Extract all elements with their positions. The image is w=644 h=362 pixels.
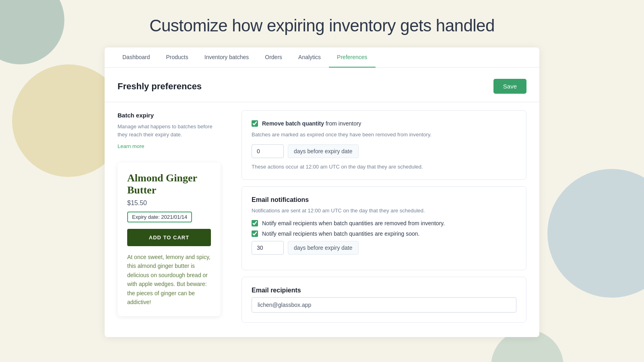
email-recipients-title: Email recipients xyxy=(252,287,516,294)
days-input-row-1: days before expiry date xyxy=(252,144,516,158)
notify-removed-row: Notify email recipients when batch quant… xyxy=(252,220,516,226)
remove-batch-label: Remove batch quantity from inventory xyxy=(262,120,361,127)
days-label-1: days before expiry date xyxy=(288,144,359,158)
batch-expiry-helper-text: Batches are marked as expired once they … xyxy=(252,131,516,139)
email-recipients-input[interactable] xyxy=(252,297,516,313)
days-label-2: days before expiry date xyxy=(288,241,359,255)
tab-dashboard[interactable]: Dashboard xyxy=(114,47,158,68)
right-section: Remove batch quantity from inventory Bat… xyxy=(233,102,539,337)
notify-expiring-checkbox[interactable] xyxy=(252,230,258,237)
days-input-2[interactable] xyxy=(252,241,284,255)
notify-removed-label: Notify email recipients when batch quant… xyxy=(262,220,445,226)
page-title: Customize how expiring inventory gets ha… xyxy=(0,0,644,47)
left-section: Batch expiry Manage what happens to batc… xyxy=(105,102,233,337)
product-description: At once sweet, lemony and spicy, this al… xyxy=(127,253,211,306)
nav-tabs: Dashboard Products Inventory batches Ord… xyxy=(105,47,539,68)
tab-products[interactable]: Products xyxy=(158,47,196,68)
bg-shape-blue-right xyxy=(547,169,644,298)
email-recipients-card: Email recipients xyxy=(242,277,526,323)
main-container: Dashboard Products Inventory batches Ord… xyxy=(105,47,539,337)
tab-preferences[interactable]: Preferences xyxy=(329,47,375,68)
remove-batch-row: Remove batch quantity from inventory xyxy=(252,120,516,127)
save-button[interactable]: Save xyxy=(493,79,526,94)
batch-expiry-settings-card: Remove batch quantity from inventory Bat… xyxy=(242,110,526,180)
expiry-badge: Expiry date: 2021/01/14 xyxy=(127,212,192,222)
remove-batch-label-rest: from inventory xyxy=(324,120,361,127)
email-notifications-card: Email notifications Notifications are se… xyxy=(242,186,526,271)
tab-orders[interactable]: Orders xyxy=(257,47,290,68)
learn-more-link[interactable]: Learn more xyxy=(118,143,144,149)
remove-batch-checkbox[interactable] xyxy=(252,120,258,127)
prefs-header: Freshly preferences Save xyxy=(105,68,539,102)
days-input-1[interactable] xyxy=(252,144,284,158)
email-notifications-title: Email notifications xyxy=(252,196,516,204)
scheduled-note-1: These actions occur at 12:00 am UTC on t… xyxy=(252,164,516,170)
tab-inventory-batches[interactable]: Inventory batches xyxy=(196,47,257,68)
notify-removed-checkbox[interactable] xyxy=(252,220,258,226)
tab-analytics[interactable]: Analytics xyxy=(290,47,329,68)
notify-expiring-label: Notify email recipients when batch quant… xyxy=(262,230,419,237)
prefs-body: Batch expiry Manage what happens to batc… xyxy=(105,102,539,337)
email-notifications-note: Notifications are sent at 12:00 am UTC o… xyxy=(252,207,516,215)
batch-expiry-title: Batch expiry xyxy=(118,112,221,119)
prefs-title: Freshly preferences xyxy=(118,81,202,92)
notify-expiring-row: Notify email recipients when batch quant… xyxy=(252,230,516,237)
product-card: Almond Ginger Butter $15.50 Expiry date:… xyxy=(118,162,221,316)
product-price: $15.50 xyxy=(127,200,211,207)
days-input-row-2: days before expiry date xyxy=(252,241,516,255)
remove-batch-label-bold: Remove batch quantity xyxy=(262,120,324,127)
product-name: Almond Ginger Butter xyxy=(127,172,211,196)
batch-expiry-desc: Manage what happens to batches before th… xyxy=(118,123,221,138)
add-to-cart-button[interactable]: ADD TO CART xyxy=(127,229,211,246)
